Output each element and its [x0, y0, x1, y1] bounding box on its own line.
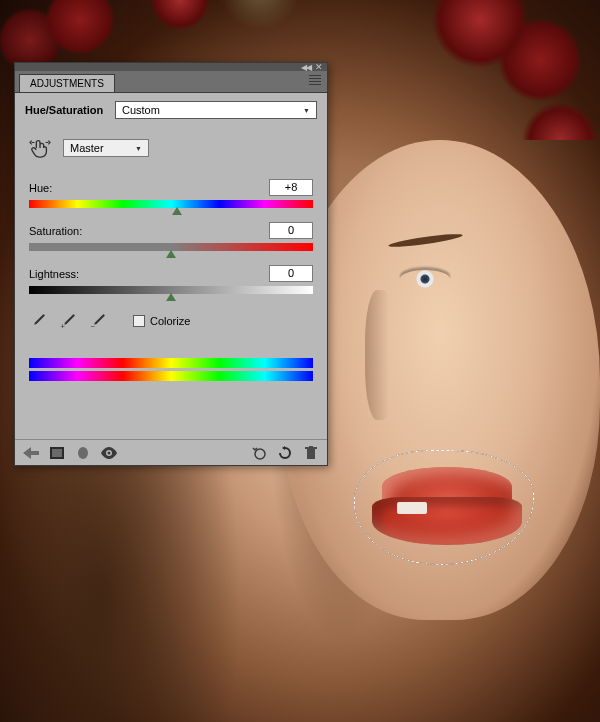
saturation-value-input[interactable]: 0	[269, 222, 313, 239]
colorize-label: Colorize	[150, 315, 190, 327]
hue-label: Hue:	[29, 182, 52, 194]
eyedropper-icon[interactable]	[29, 312, 47, 330]
lightness-slider-handle[interactable]	[166, 293, 176, 301]
lightness-label: Lightness:	[29, 268, 79, 280]
panel-footer	[15, 439, 327, 465]
spectrum-before	[29, 358, 313, 368]
hue-slider-group: Hue: +8	[25, 179, 317, 208]
saturation-label: Saturation:	[29, 225, 82, 237]
reset-icon[interactable]	[277, 445, 293, 461]
saturation-slider-group: Saturation: 0	[25, 222, 317, 251]
panel-body: Hue/Saturation Custom Master Hue: +8	[15, 93, 327, 439]
spectrum-after	[29, 371, 313, 381]
preset-dropdown[interactable]: Custom	[115, 101, 317, 119]
visibility-eye-icon[interactable]	[101, 445, 117, 461]
svg-point-6	[108, 451, 111, 454]
adjustments-panel: ◀◀ ✕ ADJUSTMENTS Hue/Saturation Custom M…	[14, 62, 328, 466]
eyedropper-subtract-icon[interactable]: −	[89, 312, 107, 330]
lightness-value-input[interactable]: 0	[269, 265, 313, 282]
spectrum-preview	[29, 358, 313, 381]
adjustment-title: Hue/Saturation	[25, 104, 111, 116]
previous-state-icon[interactable]	[251, 445, 267, 461]
lightness-slider-track[interactable]	[29, 286, 313, 294]
panel-tab-bar: ADJUSTMENTS	[15, 71, 327, 93]
svg-rect-3	[52, 449, 62, 457]
targeted-adjust-icon[interactable]	[29, 137, 51, 159]
panel-menu-icon[interactable]	[309, 75, 321, 85]
saturation-slider-track[interactable]	[29, 243, 313, 251]
eye	[400, 270, 450, 288]
svg-rect-8	[307, 449, 315, 459]
selection-marquee	[354, 450, 534, 565]
nose-shadow	[365, 290, 395, 420]
clip-to-layer-icon[interactable]	[75, 445, 91, 461]
preset-value: Custom	[122, 104, 160, 116]
hue-slider-handle[interactable]	[172, 207, 182, 215]
svg-rect-10	[309, 446, 313, 447]
svg-point-7	[255, 449, 265, 459]
eyedropper-add-icon[interactable]: +	[59, 312, 77, 330]
back-arrow-icon[interactable]	[23, 445, 39, 461]
lips-region	[352, 455, 532, 560]
saturation-slider-handle[interactable]	[166, 250, 176, 258]
panel-gripper[interactable]: ◀◀ ✕	[15, 63, 327, 71]
adjustment-header: Hue/Saturation Custom	[25, 101, 317, 119]
trash-icon[interactable]	[303, 445, 319, 461]
edit-range-value: Master	[70, 142, 104, 154]
colorize-checkbox[interactable]	[133, 315, 145, 327]
svg-text:+: +	[61, 322, 66, 331]
svg-rect-9	[305, 447, 317, 449]
edit-range-dropdown[interactable]: Master	[63, 139, 149, 157]
expand-view-icon[interactable]	[49, 445, 65, 461]
edit-row: Master	[25, 137, 317, 159]
colorize-option[interactable]: Colorize	[133, 315, 190, 327]
tab-adjustments[interactable]: ADJUSTMENTS	[19, 74, 115, 92]
svg-point-4	[78, 447, 88, 459]
hue-value-input[interactable]: +8	[269, 179, 313, 196]
svg-text:−: −	[91, 322, 96, 331]
eyedropper-row: + − Colorize	[29, 312, 317, 330]
lightness-slider-group: Lightness: 0	[25, 265, 317, 294]
hue-slider-track[interactable]	[29, 200, 313, 208]
